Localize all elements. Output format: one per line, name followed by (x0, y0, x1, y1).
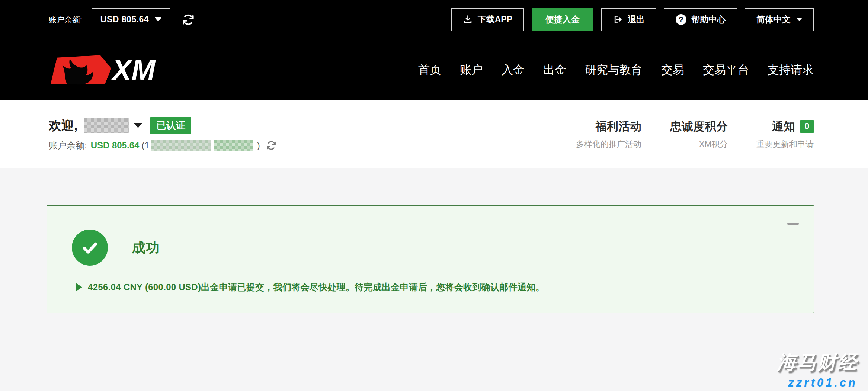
masked-account-number (151, 140, 211, 151)
link-notifications[interactable]: 通知 0 重要更新和申请 (742, 119, 814, 150)
withdrawal-confirmation-message: 4256.04 CNY (600.00 USD)出金申请已提交，我们将会尽快处理… (88, 281, 545, 293)
help-center-button[interactable]: ? 帮助中心 (664, 8, 737, 31)
nav-menu: 首页 账户 入金 出金 研究与教育 交易 交易平台 支持请求 (418, 62, 814, 78)
nav-item-research-education[interactable]: 研究与教育 (585, 62, 643, 78)
nav-item-trading[interactable]: 交易 (661, 62, 684, 78)
download-icon (463, 15, 473, 25)
site-watermark: 海马财经 zzrt01.cn (777, 350, 858, 390)
success-alert-panel: 成功 4256.04 CNY (600.00 USD)出金申请已提交，我们将会尽… (47, 205, 814, 313)
top-action-buttons: 下载APP 便捷入金 退出 ? 帮助中心 简体中文 (451, 8, 814, 31)
question-mark-icon: ? (676, 14, 686, 25)
nav-item-home[interactable]: 首页 (418, 62, 441, 78)
link-promotions[interactable]: 福利活动 多样化的推广活动 (562, 119, 656, 150)
main-navigation-bar: XM 首页 账户 入金 出金 研究与教育 交易 交易平台 支持请求 (0, 39, 868, 100)
account-switcher-chevron-icon[interactable] (134, 123, 142, 128)
nav-item-support[interactable]: 支持请求 (768, 62, 814, 78)
nav-item-withdraw[interactable]: 出金 (543, 62, 566, 78)
refresh-icon (182, 13, 195, 26)
refresh-balance-button[interactable] (182, 13, 195, 26)
chevron-down-icon (155, 17, 161, 22)
masked-username (84, 118, 129, 133)
balance-currency-dropdown[interactable]: USD 805.64 (92, 8, 170, 31)
collapse-panel-button[interactable] (787, 223, 799, 225)
link-loyalty-points[interactable]: 忠诚度积分 XM积分 (656, 119, 742, 150)
xm-logo-text: XM (111, 54, 156, 86)
nav-item-platforms[interactable]: 交易平台 (703, 62, 749, 78)
balance-value: USD 805.64 (100, 15, 149, 25)
top-utility-bar: 账户余额: USD 805.64 下载APP 便捷入金 退出 ? 帮助中心 (0, 0, 868, 39)
logout-icon (613, 15, 623, 25)
success-check-icon (72, 230, 108, 266)
download-app-button[interactable]: 下载APP (451, 8, 524, 31)
watermark-url: zzrt01.cn (777, 376, 858, 390)
welcome-quick-links: 福利活动 多样化的推广活动 忠诚度积分 XM积分 通知 0 重要更新和申请 (562, 117, 814, 151)
success-title: 成功 (132, 238, 160, 257)
notification-count-badge: 0 (800, 120, 814, 133)
balance-label: 账户余额: (49, 140, 87, 151)
welcome-greeting: 欢迎, (49, 117, 77, 134)
account-balance-label: 账户余额: (49, 15, 82, 25)
nav-item-accounts[interactable]: 账户 (460, 62, 483, 78)
refresh-icon (266, 140, 276, 151)
verified-status-badge: 已认证 (150, 117, 191, 134)
bullet-triangle-icon (76, 283, 82, 291)
account-number-open: (1 (141, 140, 149, 151)
balance-amount: USD 805.64 (91, 140, 140, 151)
account-number-close: ) (257, 140, 260, 151)
welcome-strip: 欢迎, 已认证 账户余额: USD 805.64 (1 ) 福利活动 多样化的推… (0, 100, 868, 168)
masked-account-label (214, 140, 253, 151)
xm-logo[interactable]: XM (49, 54, 160, 86)
chevron-down-icon (796, 18, 802, 21)
logout-button[interactable]: 退出 (601, 8, 656, 31)
watermark-brand: 海马财经 (777, 350, 858, 375)
nav-item-deposit[interactable]: 入金 (502, 62, 525, 78)
refresh-account-balance-button[interactable] (266, 140, 276, 151)
easy-deposit-button[interactable]: 便捷入金 (532, 8, 593, 31)
main-content: 成功 4256.04 CNY (600.00 USD)出金申请已提交，我们将会尽… (0, 168, 868, 391)
language-dropdown[interactable]: 简体中文 (745, 8, 814, 31)
